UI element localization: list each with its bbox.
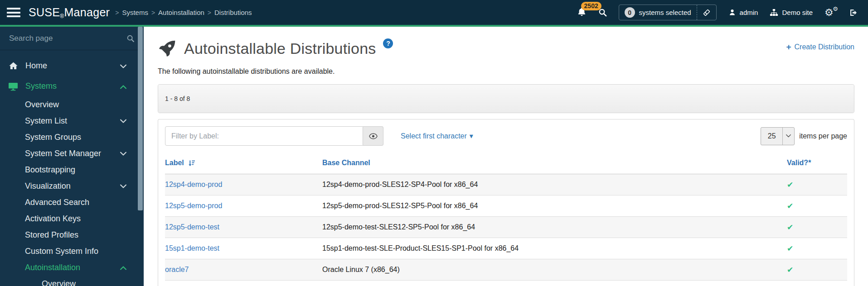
column-header-valid: Valid?* <box>787 152 847 174</box>
settings-button[interactable]: ⚙ ⚙ <box>824 7 837 19</box>
brand-logo[interactable]: SUSE®Manager <box>29 6 110 19</box>
organization-menu[interactable]: Demo site <box>770 8 813 17</box>
chevron-down-icon[interactable] <box>120 61 126 71</box>
create-distribution-link[interactable]: + Create Distribution <box>786 42 854 52</box>
sidebar-scrollbar[interactable] <box>138 27 143 210</box>
pagination-panel: 1 - 8 of 8 <box>158 84 854 113</box>
sign-out-icon <box>849 8 858 17</box>
chevron-down-icon[interactable] <box>120 181 126 191</box>
base-channel-cell: 15sp1-demo-test-SLE-Product-SLES15-SP1-P… <box>322 238 787 259</box>
sidebar-item-visualization[interactable]: Visualization <box>0 178 144 194</box>
eraser-icon <box>702 8 711 17</box>
breadcrumb-separator: > <box>115 9 119 16</box>
gear-small-icon: ⚙ <box>833 5 838 12</box>
check-icon: ✔ <box>787 223 793 232</box>
sidebar-item-label: Overview <box>42 279 76 286</box>
sidebar-item-home[interactable]: Home <box>0 56 144 76</box>
clear-selection-button[interactable] <box>697 5 716 20</box>
breadcrumb-distributions: Distributions <box>214 9 252 16</box>
caret-down-icon: ▾ <box>470 132 473 140</box>
sidebar-item-system-set-manager[interactable]: System Set Manager <box>0 145 144 162</box>
filter-input[interactable] <box>165 126 363 146</box>
sidebar-item-systems[interactable]: Systems <box>0 76 144 96</box>
sidebar-item-advanced-search[interactable]: Advanced Search <box>0 194 144 210</box>
sidebar-item-bootstrapping[interactable]: Bootstrapping <box>0 162 144 178</box>
base-channel-cell: 12sp5-demo-test-SLES12-SP5-Pool for x86_… <box>322 217 787 238</box>
menu-toggle-button[interactable] <box>7 8 20 17</box>
table-row: sles12-sp4-x86_64 SLES12-SP4-Pool for x8… <box>165 281 847 286</box>
main-content: Autoinstallable Distributions ? + Create… <box>144 27 868 286</box>
systems-selected-label: systems selected <box>639 9 691 16</box>
column-header-label[interactable]: Label <box>165 152 322 174</box>
select-first-character-dropdown[interactable]: Select first character ▾ <box>401 132 473 140</box>
valid-cell: ✔ <box>787 174 847 195</box>
page-description: The following autoinstallable distributi… <box>158 67 854 76</box>
breadcrumb-autoinstallation[interactable]: Autoinstallation <box>158 9 204 16</box>
breadcrumb: > Systems > Autoinstallation > Distribut… <box>115 9 252 16</box>
sort-amount-asc-icon <box>188 160 195 167</box>
distribution-label-link[interactable]: sles12-sp4-x86_64 <box>165 281 322 286</box>
table-row: 12sp4-demo-prod 12sp4-demo-prod-SLES12-S… <box>165 174 847 195</box>
brand-manager: Manager <box>64 6 110 19</box>
pagination-summary: 1 - 8 of 8 <box>158 85 854 113</box>
systems-selected-button[interactable]: 0 systems selected <box>619 5 697 20</box>
breadcrumb-separator: > <box>151 9 155 16</box>
base-channel-cell: Oracle Linux 7 (x86_64) <box>322 259 787 281</box>
sidebar-item-autoinstallation-overview[interactable]: Overview <box>0 276 144 286</box>
valid-cell: ✔ <box>787 217 847 238</box>
table-row: oracle7 Oracle Linux 7 (x86_64) ✔ <box>165 259 847 281</box>
notification-count-badge: 2502 <box>581 2 601 10</box>
sidebar-item-activation-keys[interactable]: Activation Keys <box>0 210 144 227</box>
brand-suse: SUSE <box>29 6 60 19</box>
sidebar-item-label: Bootstrapping <box>25 165 75 175</box>
user-menu[interactable]: admin <box>728 9 758 16</box>
distribution-label-link[interactable]: 12sp4-demo-prod <box>165 174 322 195</box>
sidebar-search-input[interactable] <box>9 34 126 43</box>
filter-toolbar: Select first character ▾ 25 items per pa… <box>165 126 847 146</box>
sidebar-item-autoinstallation[interactable]: Autoinstallation <box>0 259 144 276</box>
breadcrumb-systems[interactable]: Systems <box>122 9 148 16</box>
systems-selected-count: 0 <box>625 7 635 18</box>
chevron-down-icon[interactable] <box>120 149 126 158</box>
table-row: 12sp5-demo-test 12sp5-demo-test-SLES12-S… <box>165 217 847 238</box>
base-channel-cell: 12sp5-demo-prod-SLES12-SP5-Pool for x86_… <box>322 195 787 217</box>
sidebar-nav: Home Systems Overview System List System <box>0 50 144 286</box>
sidebar-item-label: System Groups <box>25 133 81 142</box>
organization-name: Demo site <box>782 9 813 16</box>
distributions-panel: Select first character ▾ 25 items per pa… <box>158 119 854 286</box>
chevron-up-icon[interactable] <box>120 81 126 91</box>
distribution-label-link[interactable]: 15sp1-demo-test <box>165 238 322 259</box>
distribution-label-link[interactable]: oracle7 <box>165 259 322 281</box>
sidebar-item-system-list[interactable]: System List <box>0 113 144 129</box>
column-header-base-channel-text: Base Channel <box>322 159 370 167</box>
sidebar-item-custom-system-info[interactable]: Custom System Info <box>0 243 144 259</box>
notifications-button[interactable]: 2502 <box>577 7 587 18</box>
check-icon: ✔ <box>787 201 793 210</box>
sidebar-item-label: Overview <box>25 100 59 110</box>
sidebar-item-stored-profiles[interactable]: Stored Profiles <box>0 227 144 243</box>
distribution-label-link[interactable]: 12sp5-demo-prod <box>165 195 322 217</box>
help-icon[interactable]: ? <box>383 38 393 48</box>
sidebar-item-system-groups[interactable]: System Groups <box>0 129 144 145</box>
chevron-down-icon[interactable] <box>120 116 126 126</box>
check-icon: ✔ <box>787 265 793 274</box>
sidebar-item-label: System List <box>25 116 67 126</box>
check-icon: ✔ <box>787 244 793 253</box>
valid-cell: ✔ <box>787 281 847 286</box>
top-navbar: SUSE®Manager > Systems > Autoinstallatio… <box>0 0 868 25</box>
user-icon <box>728 9 736 16</box>
valid-cell: ✔ <box>787 238 847 259</box>
sign-out-button[interactable] <box>849 8 858 17</box>
sidebar-item-label: Autoinstallation <box>25 263 80 272</box>
column-header-base-channel[interactable]: Base Channel <box>322 152 787 174</box>
filter-preview-button[interactable] <box>363 126 383 146</box>
accent-divider <box>0 25 868 27</box>
items-per-page-select[interactable]: 25 <box>761 127 795 145</box>
table-header-row: Label Base Channel Valid?* <box>165 152 847 174</box>
valid-cell: ✔ <box>787 259 847 281</box>
sidebar-item-overview[interactable]: Overview <box>0 96 144 113</box>
chevron-up-icon[interactable] <box>120 263 126 272</box>
column-header-valid-text: Valid?* <box>787 159 811 167</box>
breadcrumb-separator: > <box>208 9 211 16</box>
distribution-label-link[interactable]: 12sp5-demo-test <box>165 217 322 238</box>
